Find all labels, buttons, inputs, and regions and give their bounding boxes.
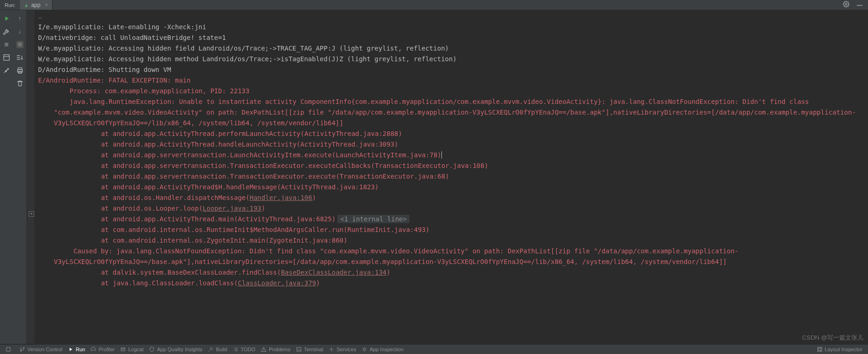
minimize-icon[interactable]: — bbox=[857, 2, 862, 8]
log-line: D/nativebridge: call UnloadNativeBridge!… bbox=[38, 32, 864, 43]
log-line: at android.app.ActivityThread.main(Activ… bbox=[38, 214, 864, 225]
run-panel-body: ↑ ↓ …I/e.myapplicatio: Late-enabling -Xc… bbox=[0, 10, 868, 344]
watermark: CSDN @写一篇文张儿 bbox=[802, 334, 863, 342]
bottom-tool-bar: Version ControlRunProfilerLogcatApp Qual… bbox=[0, 344, 868, 354]
bottom-item-todo[interactable]: TODO bbox=[230, 347, 259, 352]
left-toolbar-1 bbox=[0, 10, 13, 344]
bottom-item-build[interactable]: Build bbox=[205, 347, 230, 352]
trash-icon[interactable] bbox=[16, 80, 24, 87]
gear-icon[interactable] bbox=[843, 1, 849, 9]
run-tab-app[interactable]: ▲ app ✕ bbox=[20, 0, 52, 10]
log-line: W/e.myapplicatio: Accessing hidden field… bbox=[38, 43, 864, 54]
scroll-to-end-icon[interactable] bbox=[16, 54, 24, 61]
log-line: D/AndroidRuntime: Shutting down VM bbox=[38, 64, 864, 75]
log-line: java.lang.RuntimeException: Unable to in… bbox=[38, 97, 864, 129]
up-icon[interactable]: ↑ bbox=[16, 15, 24, 22]
left-toolbar-2: ↑ ↓ bbox=[13, 10, 27, 344]
log-line: at com.android.internal.os.ZygoteInit.ma… bbox=[38, 235, 864, 246]
log-line: Caused by: java.lang.ClassNotFoundExcept… bbox=[38, 246, 864, 267]
stacktrace-link[interactable]: BaseDexClassLoader.java:134 bbox=[281, 269, 387, 276]
fold-gutter bbox=[27, 10, 34, 344]
log-line: E/AndroidRuntime: FATAL EXCEPTION: main bbox=[38, 75, 864, 86]
svg-rect-13 bbox=[818, 348, 821, 351]
run-panel-header: Run: ▲ app ✕ — bbox=[0, 0, 868, 10]
svg-rect-1 bbox=[5, 43, 8, 46]
svg-rect-8 bbox=[121, 348, 125, 351]
log-line: I/e.myapplicatio: Late-enabling -Xcheck:… bbox=[38, 22, 864, 32]
svg-rect-12 bbox=[817, 348, 822, 352]
bottom-item-appinsp[interactable]: App Inspection bbox=[359, 347, 406, 352]
svg-point-11 bbox=[363, 348, 366, 351]
svg-rect-2 bbox=[4, 55, 9, 60]
svg-point-10 bbox=[331, 349, 332, 350]
down-icon[interactable]: ↓ bbox=[16, 28, 24, 35]
log-line: at android.app.ActivityThread.performLau… bbox=[38, 129, 864, 139]
log-line: at android.os.Handler.dispatchMessage(Ha… bbox=[38, 193, 864, 203]
bottom-item-run[interactable]: Run bbox=[65, 347, 88, 352]
bottom-item-terminal[interactable]: Terminal bbox=[293, 347, 326, 352]
bottom-item-services[interactable]: Services bbox=[326, 347, 359, 352]
log-line: at android.app.ActivityThread$H.handleMe… bbox=[38, 182, 864, 193]
log-line: Process: com.example.myapplication, PID:… bbox=[38, 86, 864, 97]
svg-rect-7 bbox=[6, 348, 10, 351]
wrench-icon[interactable] bbox=[3, 28, 10, 35]
stacktrace-link[interactable]: Looper.java:193 bbox=[203, 205, 261, 212]
svg-point-0 bbox=[845, 3, 847, 5]
log-line: at java.lang.ClassLoader.loadClass(Class… bbox=[38, 278, 864, 289]
svg-rect-9 bbox=[297, 348, 301, 351]
stacktrace-link[interactable]: ClassLoader.java:379 bbox=[238, 279, 316, 287]
log-line: W/e.myapplicatio: Accessing hidden metho… bbox=[38, 54, 864, 64]
log-line: at android.app.servertransaction.Transac… bbox=[38, 171, 864, 182]
pin-icon[interactable] bbox=[3, 67, 10, 74]
log-line: … bbox=[38, 11, 864, 22]
bottom-right-label: Layout Inspector bbox=[825, 347, 862, 352]
stop-icon[interactable] bbox=[3, 41, 10, 48]
panel-title: Run: bbox=[0, 2, 20, 8]
bottom-item-vcs[interactable]: Version Control bbox=[17, 347, 65, 352]
soft-wrap-icon[interactable] bbox=[16, 41, 24, 48]
bottom-item-aqi[interactable]: App Quality Insights bbox=[146, 347, 205, 352]
print-icon[interactable] bbox=[16, 67, 24, 74]
rerun-icon[interactable] bbox=[3, 15, 10, 22]
console-output[interactable]: …I/e.myapplicatio: Late-enabling -Xcheck… bbox=[34, 10, 868, 344]
log-line: at android.os.Looper.loop(Looper.java:19… bbox=[38, 203, 864, 214]
bottom-layout-inspector[interactable]: Layout Inspector bbox=[814, 347, 865, 352]
bottom-item-logcat[interactable]: Logcat bbox=[117, 347, 146, 352]
log-line: at android.app.ActivityThread.handleLaun… bbox=[38, 139, 864, 150]
fold-expand-icon[interactable]: + bbox=[29, 211, 34, 217]
collapsed-frames-hint[interactable]: <1 internal line> bbox=[337, 215, 409, 223]
log-line: at com.android.internal.os.RuntimeInit$M… bbox=[38, 225, 864, 235]
log-line: at android.app.servertransaction.Transac… bbox=[38, 161, 864, 171]
bottom-item-profiler[interactable]: Profiler bbox=[88, 347, 117, 352]
tab-label: app bbox=[31, 2, 40, 8]
close-icon[interactable]: ✕ bbox=[45, 2, 48, 7]
layout-icon[interactable] bbox=[3, 54, 10, 61]
log-line: at dalvik.system.BaseDexClassLoader.find… bbox=[38, 267, 864, 278]
log-line: at android.app.servertransaction.LaunchA… bbox=[38, 150, 864, 161]
stacktrace-link[interactable]: Handler.java:106 bbox=[250, 194, 312, 201]
bottom-corner-icon[interactable] bbox=[3, 347, 14, 352]
bottom-item-problems[interactable]: Problems bbox=[258, 347, 293, 352]
android-icon: ▲ bbox=[24, 2, 29, 8]
